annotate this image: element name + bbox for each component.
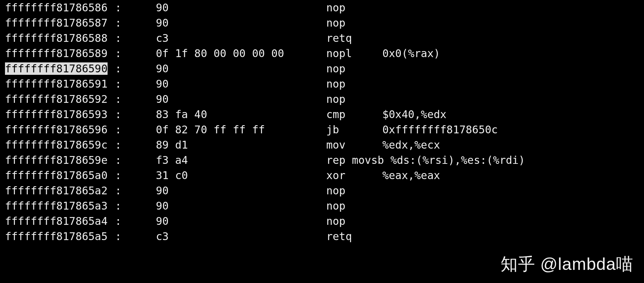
disasm-row: ffffffff81786590:90nop [5, 61, 639, 76]
address: ffffffff81786588 [5, 30, 115, 46]
separator: : [115, 76, 156, 91]
opcode-bytes: 31 c0 [156, 168, 326, 183]
mnemonic: jb [326, 122, 382, 137]
opcode-bytes: 89 d1 [156, 137, 326, 152]
opcode-bytes: 90 [156, 213, 326, 229]
disasm-row: ffffffff81786586:90nop [5, 0, 639, 15]
address: ffffffff81786593 [5, 107, 115, 122]
mnemonic: nop [326, 15, 382, 30]
disasm-row: ffffffff81786593:83 fa 40cmp$0x40,%edx [5, 107, 639, 122]
separator: : [115, 15, 156, 30]
disasm-row: ffffffff81786592:90nop [5, 91, 639, 107]
mnemonic: mov [326, 137, 382, 152]
disasm-row: ffffffff81786587:90nop [5, 15, 639, 30]
address: ffffffff8178659c [5, 137, 115, 152]
opcode-bytes: 90 [156, 91, 326, 107]
operands: %eax,%eax [382, 168, 440, 183]
opcode-bytes: c3 [156, 30, 326, 46]
disasm-row: ffffffff81786588:c3retq [5, 30, 639, 46]
separator: : [115, 229, 156, 244]
address: ffffffff817865a5 [5, 229, 115, 244]
disasm-row: ffffffff817865a0:31 c0xor%eax,%eax [5, 168, 639, 183]
separator: : [115, 107, 156, 122]
disasm-row: ffffffff8178659c:89 d1mov%edx,%ecx [5, 137, 639, 152]
mnemonic: nop [326, 0, 382, 15]
mnemonic: nop [326, 183, 382, 198]
operands: 0xffffffff8178650c [382, 122, 498, 137]
opcode-bytes: 90 [156, 61, 326, 76]
mnemonic: nop [326, 91, 382, 107]
mnemonic: nop [326, 198, 382, 213]
address: ffffffff81786590 [5, 61, 115, 76]
address: ffffffff81786586 [5, 0, 115, 15]
address: ffffffff81786592 [5, 91, 115, 107]
address: ffffffff81786587 [5, 15, 115, 30]
address: ffffffff81786589 [5, 46, 115, 61]
opcode-bytes: 90 [156, 183, 326, 198]
opcode-bytes: 90 [156, 0, 326, 15]
operands: 0x0(%rax) [382, 46, 440, 61]
opcode-bytes: 0f 82 70 ff ff ff [156, 122, 326, 137]
disasm-row: ffffffff817865a3:90nop [5, 198, 639, 213]
disasm-row: ffffffff81786591:90nop [5, 76, 639, 91]
address: ffffffff81786596 [5, 122, 115, 137]
disasm-row: ffffffff817865a4:90nop [5, 213, 639, 229]
operands: %edx,%ecx [382, 137, 440, 152]
watermark-text: 知乎 @lambda喵 [501, 256, 634, 272]
separator: : [115, 30, 156, 46]
separator: : [115, 0, 156, 15]
disasm-row: ffffffff81786596:0f 82 70 ff ff ffjb0xff… [5, 122, 639, 137]
disasm-row: ffffffff817865a5:c3retq [5, 229, 639, 244]
separator: : [115, 183, 156, 198]
mnemonic: xor [326, 168, 382, 183]
opcode-bytes: 83 fa 40 [156, 107, 326, 122]
disasm-row: ffffffff817865a2:90nop [5, 183, 639, 198]
opcode-bytes: 90 [156, 198, 326, 213]
opcode-bytes: c3 [156, 229, 326, 244]
disasm-row: ffffffff81786589:0f 1f 80 00 00 00 00nop… [5, 46, 639, 61]
opcode-bytes: 0f 1f 80 00 00 00 00 [156, 46, 326, 61]
mnemonic: retq [326, 30, 382, 46]
address: ffffffff817865a0 [5, 168, 115, 183]
mnemonic: nop [326, 76, 382, 91]
opcode-bytes: 90 [156, 15, 326, 30]
address: ffffffff8178659e [5, 152, 115, 168]
separator: : [115, 168, 156, 183]
opcode-bytes: 90 [156, 76, 326, 91]
opcode-bytes: f3 a4 [156, 152, 326, 168]
operands: $0x40,%edx [382, 107, 447, 122]
mnemonic: rep movsb [326, 152, 391, 168]
mnemonic: cmp [326, 107, 382, 122]
address: ffffffff817865a4 [5, 213, 115, 229]
separator: : [115, 213, 156, 229]
disassembly-listing: ffffffff81786586:90nopffffffff81786587:9… [0, 0, 644, 244]
separator: : [115, 61, 156, 76]
address: ffffffff817865a2 [5, 183, 115, 198]
separator: : [115, 152, 156, 168]
operands: %ds:(%rsi),%es:(%rdi) [391, 152, 525, 168]
disasm-row: ffffffff8178659e:f3 a4rep movsb %ds:(%rs… [5, 152, 639, 168]
separator: : [115, 137, 156, 152]
mnemonic: retq [326, 229, 382, 244]
address: ffffffff81786591 [5, 76, 115, 91]
mnemonic: nop [326, 213, 382, 229]
separator: : [115, 122, 156, 137]
mnemonic: nopl [326, 46, 382, 61]
separator: : [115, 198, 156, 213]
separator: : [115, 91, 156, 107]
mnemonic: nop [326, 61, 382, 76]
separator: : [115, 46, 156, 61]
address: ffffffff817865a3 [5, 198, 115, 213]
